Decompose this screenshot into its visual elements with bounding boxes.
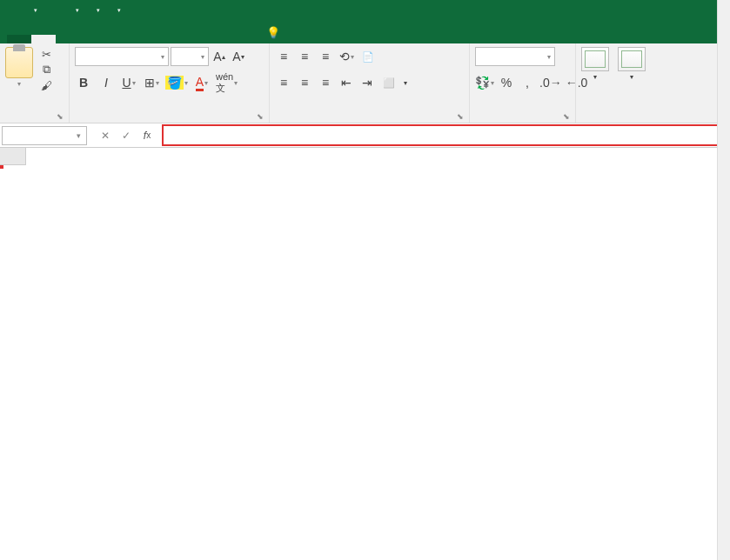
launcher-icon[interactable]: ⬊ [257,112,264,121]
open-icon[interactable]: ▾ [90,3,104,17]
accept-formula-icon[interactable]: ✓ [118,127,134,144]
orientation-button[interactable]: ⟲ [338,47,355,66]
tab-review[interactable] [153,35,177,43]
font-size-combo[interactable]: ▾ [171,47,209,66]
tab-developer[interactable] [202,35,226,43]
merge-center-button[interactable]: ⬜▾ [379,76,411,90]
align-middle-button[interactable]: ≡ [296,47,313,66]
inc-decimal-button[interactable]: .0→ [539,73,562,92]
tab-view[interactable] [177,35,202,43]
align-top-button[interactable]: ≡ [275,47,292,66]
copy-icon[interactable]: ⧉ [38,63,54,77]
phonetic-button[interactable]: wén文 [216,73,238,92]
title-bar: ▾ ▾ ▾ ▾ [0,0,730,21]
tell-me-search[interactable]: 💡 [266,26,284,43]
ribbon-tabs: 💡 [0,21,730,43]
bold-button[interactable]: B [75,73,92,92]
wrap-text-button[interactable]: 📄 [358,50,381,64]
ribbon: ▾ ✂ ⧉ 🖌 ⬊ ▾ ▾ A▴ A▾ B I U ⊞ 🪣 [0,43,730,123]
tab-insert[interactable] [56,35,80,43]
align-center-button[interactable]: ≡ [296,73,313,92]
italic-button[interactable]: I [97,73,115,92]
redo-icon[interactable] [49,3,63,17]
selection-border [0,165,3,169]
align-right-button[interactable]: ≡ [317,73,334,92]
tab-data[interactable] [129,35,153,43]
font-name-combo[interactable]: ▾ [75,47,169,66]
grow-font-button[interactable]: A▴ [211,47,228,66]
save-icon[interactable] [7,3,21,17]
format-painter-icon[interactable]: 🖌 [38,78,54,92]
shrink-font-button[interactable]: A▾ [230,47,247,66]
camera-icon[interactable]: ▾ [111,3,125,17]
tab-layout[interactable] [80,35,104,43]
launcher-icon[interactable]: ⬊ [457,112,464,121]
comma-button[interactable]: , [519,73,536,92]
formula-bar[interactable] [162,124,728,146]
launcher-icon[interactable]: ⬊ [57,112,64,121]
lightbulb-icon: 💡 [266,26,280,39]
select-all-corner[interactable] [0,148,26,165]
tab-baidu[interactable] [226,35,251,43]
name-box[interactable]: ▾ [2,126,87,145]
table-format-button[interactable]: ▾ [618,47,646,81]
cancel-formula-icon[interactable]: ✕ [97,127,113,144]
launcher-icon[interactable]: ⬊ [563,112,570,121]
new-icon[interactable]: ▾ [70,3,84,17]
underline-button[interactable]: U [120,73,137,92]
percent-button[interactable]: % [498,73,515,92]
group-font-label: ⬊ [75,118,264,123]
group-clipboard-label: ⬊ [5,118,64,123]
formula-bar-row: ▾ ✕ ✓ fx [0,123,730,148]
tab-home[interactable] [31,35,56,43]
group-number-label: ⬊ [475,118,570,123]
fill-color-button[interactable]: 🪣 [165,73,188,92]
currency-button[interactable]: 💱 [475,73,494,92]
cut-icon[interactable]: ✂ [38,47,54,61]
tab-formulas[interactable] [104,35,129,43]
fx-icon[interactable]: fx [139,127,155,144]
indent-dec-button[interactable]: ⇤ [338,73,355,92]
align-left-button[interactable]: ≡ [275,73,292,92]
group-align-label: ⬊ [275,118,464,123]
paste-icon[interactable] [5,47,33,78]
cond-format-icon [581,47,609,71]
conditional-format-button[interactable]: ▾ [581,47,609,81]
undo-icon[interactable]: ▾ [28,3,42,17]
vertical-scrollbar[interactable] [717,0,730,560]
quick-access-toolbar: ▾ ▾ ▾ ▾ [3,3,125,17]
indent-inc-button[interactable]: ⇥ [358,73,376,92]
table-format-icon [618,47,646,71]
font-color-button[interactable]: A [193,73,211,92]
align-bottom-button[interactable]: ≡ [317,47,334,66]
tab-file[interactable] [7,35,31,43]
border-button[interactable]: ⊞ [143,73,160,92]
number-format-combo[interactable]: ▾ [475,47,555,66]
group-styles-label [581,118,724,123]
